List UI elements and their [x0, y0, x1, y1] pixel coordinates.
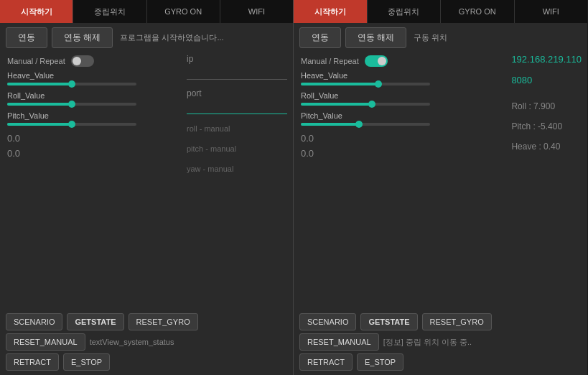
- right-pitch-value: Pitch : -5.400: [511, 121, 582, 131]
- left-pitch-manual: pitch - manual: [187, 143, 287, 154]
- left-pitch-track[interactable]: [7, 123, 136, 126]
- left-pitch-fill: [7, 123, 72, 126]
- right-ip-value: 192.168.219.110: [511, 54, 582, 65]
- left-reset-manual-button[interactable]: RESET_MANUAL: [6, 333, 85, 351]
- left-nav-gyro[interactable]: GYRO ON: [147, 0, 220, 23]
- left-roll-fill: [7, 103, 72, 106]
- left-nav-bar: 시작하기 중립위치 GYRO ON WIFI: [0, 0, 293, 23]
- left-roll-thumb: [68, 101, 75, 108]
- left-btn-row3: RETRACT E_STOP: [6, 353, 287, 371]
- right-action-row: 연동 연동 해제 구동 위치: [294, 23, 587, 52]
- right-btn-row1: SCENARIO GETSTATE RESET_GYRO: [299, 313, 582, 330]
- right-manual-label: Manual / Repeat: [301, 57, 359, 65]
- left-nav-start[interactable]: 시작하기: [0, 0, 73, 23]
- right-nav-gyro[interactable]: GYRO ON: [441, 0, 515, 23]
- right-pitch-fill: [301, 123, 359, 126]
- left-system-status: textView_system_status: [90, 338, 287, 346]
- left-panel: 시작하기 중립위치 GYRO ON WIFI 연동 연동 해제 프로그램을 시작…: [0, 0, 294, 375]
- right-nav-wifi[interactable]: WIFI: [515, 0, 588, 23]
- right-port-value: 8080: [511, 75, 582, 85]
- left-toggle-switch[interactable]: [71, 55, 94, 67]
- right-roll-fill: [301, 103, 372, 106]
- left-heave-fill: [7, 83, 72, 85]
- right-panel: 시작하기 중립위치 GYRO ON WIFI 연동 연동 해제 구동 위치 Ma…: [294, 0, 587, 375]
- left-port-field: port: [187, 88, 287, 114]
- right-getstate-button[interactable]: GETSTATE: [360, 313, 417, 330]
- left-reset-gyro-button[interactable]: RESET_GYRO: [129, 313, 198, 330]
- right-roll-thumb: [368, 101, 375, 108]
- right-reset-manual-button[interactable]: RESET_MANUAL: [299, 333, 379, 351]
- left-estop-button[interactable]: E_STOP: [63, 353, 110, 371]
- left-toggle-knob: [73, 57, 81, 65]
- right-toggle-knob: [378, 57, 386, 65]
- left-port-label: port: [187, 88, 287, 98]
- right-toggle-switch[interactable]: [365, 55, 388, 67]
- right-estop-button[interactable]: E_STOP: [357, 353, 403, 371]
- right-link-button[interactable]: 연동: [299, 27, 341, 48]
- left-pitch-thumb: [68, 121, 75, 128]
- left-nav-neutral[interactable]: 중립위치: [73, 0, 146, 23]
- left-ip-port-group: ip port roll - manual pitch - manual yaw…: [187, 54, 287, 175]
- left-ip-field: ip: [187, 54, 287, 80]
- left-action-row: 연동 연동 해제 프로그램을 시작하였습니다...: [0, 23, 293, 52]
- left-port-input[interactable]: [187, 100, 287, 114]
- right-heave-thumb: [375, 80, 382, 88]
- left-unlink-button[interactable]: 연동 해제: [52, 27, 113, 48]
- right-heave-fill: [301, 83, 378, 85]
- right-pitch-thumb: [355, 121, 363, 128]
- right-roll-value: Roll : 7.900: [511, 101, 582, 111]
- left-getstate-button[interactable]: GETSTATE: [67, 313, 123, 330]
- left-manual-label: Manual / Repeat: [7, 57, 65, 65]
- right-retract-button[interactable]: RETRACT: [299, 353, 353, 371]
- left-roll-track[interactable]: [7, 103, 136, 106]
- left-nav-wifi[interactable]: WIFI: [220, 0, 293, 23]
- left-roll-manual: roll - manual: [187, 123, 287, 134]
- left-status-text: 프로그램을 시작하였습니다...: [120, 32, 223, 43]
- left-link-button[interactable]: 연동: [6, 27, 47, 48]
- left-scenario-button[interactable]: SCENARIO: [6, 313, 62, 330]
- left-btn-row2: RESET_MANUAL textView_system_status: [6, 333, 287, 351]
- right-status-text: 구동 위치: [414, 32, 447, 43]
- right-pitch-track[interactable]: [301, 123, 430, 126]
- right-ip-port-display: 192.168.219.110 8080 Roll : 7.900 Pitch …: [511, 54, 582, 152]
- right-btn-row2: RESET_MANUAL [정보] 중립 위치 이동 중..: [299, 333, 582, 351]
- left-yaw-manual: yaw - manual: [187, 163, 287, 175]
- right-roll-track[interactable]: [301, 103, 430, 106]
- right-btn-row3: RETRACT E_STOP: [299, 353, 582, 371]
- right-system-status: [정보] 중립 위치 이동 중..: [383, 337, 582, 348]
- right-nav-bar: 시작하기 중립위치 GYRO ON WIFI: [294, 0, 587, 23]
- left-retract-button[interactable]: RETRACT: [6, 353, 59, 371]
- right-nav-start[interactable]: 시작하기: [294, 0, 368, 23]
- left-ip-input[interactable]: [187, 65, 287, 80]
- right-scenario-button[interactable]: SCENARIO: [299, 313, 356, 330]
- right-unlink-button[interactable]: 연동 해제: [345, 27, 406, 48]
- right-heave-track[interactable]: [301, 83, 430, 85]
- right-nav-neutral[interactable]: 중립위치: [368, 0, 442, 23]
- right-bottom-btns: SCENARIO GETSTATE RESET_GYRO RESET_MANUA…: [294, 309, 587, 375]
- left-heave-thumb: [68, 80, 75, 88]
- right-heave-value: Heave : 0.40: [511, 142, 582, 152]
- left-ip-label: ip: [187, 54, 287, 64]
- left-heave-track[interactable]: [7, 83, 136, 85]
- left-bottom-btns: SCENARIO GETSTATE RESET_GYRO RESET_MANUA…: [0, 309, 293, 375]
- right-reset-gyro-button[interactable]: RESET_GYRO: [422, 313, 492, 330]
- left-btn-row1: SCENARIO GETSTATE RESET_GYRO: [6, 313, 287, 330]
